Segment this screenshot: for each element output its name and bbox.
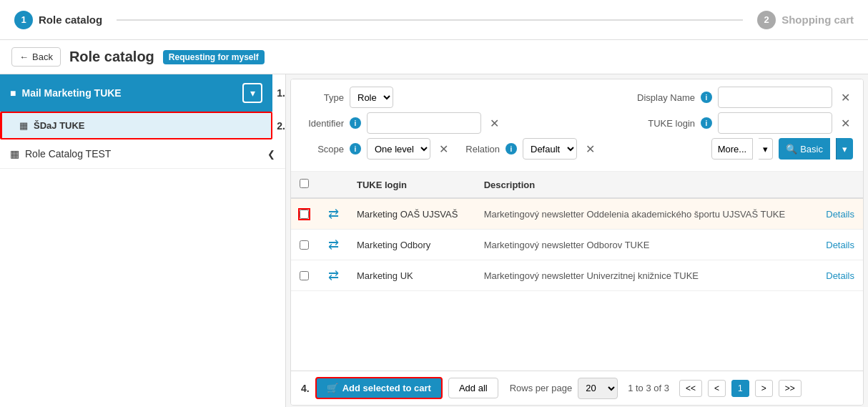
sidebar-sub-label: ŠDaJ TUKE (34, 120, 85, 131)
scope-clear-button[interactable]: ✕ (436, 142, 451, 156)
display-name-label: Display Name (637, 92, 695, 103)
display-name-info-icon[interactable]: i (701, 92, 712, 103)
stepper-step1: 1 Role catalog (14, 11, 102, 29)
relation-clear-button[interactable]: ✕ (583, 142, 598, 156)
row-checkbox[interactable] (300, 240, 309, 250)
sidebar-sub-item-sdaj[interactable]: ▦ ŠDaJ TUKE (0, 112, 272, 139)
main-layout: ■ Mail Marketing TUKE ▾ 1. ▦ ŠDaJ TUKE 2… (0, 74, 868, 407)
role-icon: ⇄ (328, 268, 339, 283)
collapse-icon: ❮ (267, 149, 275, 160)
search-type-dropdown-button[interactable]: ▾ (836, 138, 853, 160)
tuke-login-label: TUKE login (648, 118, 695, 129)
cell-tuke-login: Marketing OAŠ UJSVAŠ (348, 198, 475, 230)
details-link[interactable]: Details (826, 209, 854, 220)
identifier-input[interactable] (367, 112, 481, 134)
row-checkbox[interactable] (300, 271, 309, 280)
details-link[interactable]: Details (826, 270, 854, 281)
chevron-icon: ▾ (250, 87, 255, 99)
basic-label: Basic (800, 144, 823, 155)
table-row: ⇄Marketing OdboryMarketingový newsletter… (291, 230, 863, 260)
filter-row-2: Identifier i ✕ TUKE login i ✕ (301, 112, 853, 134)
step1-label: Role catalog (39, 14, 102, 26)
annotation-4: 4. (301, 383, 310, 394)
relation-info-icon[interactable]: i (505, 143, 517, 155)
search-button[interactable]: 🔍 Basic (779, 138, 830, 160)
select-all-checkbox[interactable] (300, 179, 309, 188)
tuke-login-info-icon[interactable]: i (701, 117, 712, 129)
filter-row-1: Type Role Display Name i ✕ (301, 87, 853, 108)
table-row: ⇄Marketing OAŠ UJSVAŠMarketingový newsle… (291, 198, 863, 230)
display-name-input[interactable] (718, 87, 832, 108)
role-icon: ⇄ (328, 237, 339, 252)
sidebar-main-item[interactable]: ■ Mail Marketing TUKE ▾ (0, 74, 272, 112)
type-label: Type (301, 92, 344, 103)
back-button[interactable]: ← Back (11, 47, 61, 67)
cell-tuke-login: Marketing Odbory (348, 230, 475, 260)
relation-select[interactable]: Default (523, 138, 577, 160)
relation-label: Relation (457, 144, 500, 155)
filter-bar: Type Role Display Name i ✕ Identifier i … (291, 79, 863, 172)
more-dropdown-button[interactable]: ▾ (759, 138, 773, 160)
page-title: Role catalog (69, 49, 154, 65)
add-selected-to-cart-button[interactable]: 🛒 Add selected to cart (315, 377, 443, 399)
annotation-1: 1. (277, 87, 285, 99)
data-table: TUKE login Description ⇄Marketing OAŠ UJ… (291, 172, 863, 371)
scope-info-icon[interactable]: i (350, 143, 361, 155)
back-arrow-icon: ← (19, 52, 29, 62)
page-current-button[interactable]: 1 (731, 380, 749, 397)
cell-description: Marketingový newsletter Univerzitnej kni… (475, 260, 818, 291)
page-next-button[interactable]: > (755, 380, 773, 397)
requesting-badge: Requesting for myself (163, 50, 265, 64)
table-icon: ▦ (19, 120, 28, 131)
row-checkbox[interactable] (300, 210, 309, 219)
type-select[interactable]: Role (350, 87, 393, 108)
table-row: ⇄Marketing UKMarketingový newsletter Uni… (291, 260, 863, 291)
more-label: More... (718, 144, 746, 155)
role-icon: ⇄ (328, 207, 339, 221)
identifier-clear-button[interactable]: ✕ (487, 117, 502, 130)
footer-bar: 4. 🛒 Add selected to cart Add all Rows p… (291, 371, 863, 405)
display-name-clear-button[interactable]: ✕ (838, 91, 853, 104)
pagination-info: 1 to 3 of 3 (628, 383, 669, 393)
annotation-2: 2. (277, 120, 285, 132)
page-header: ← Back Role catalog Requesting for mysel… (0, 40, 868, 74)
rows-per-page-select[interactable]: 20 50 100 (578, 378, 618, 399)
scope-select[interactable]: One level (367, 138, 430, 160)
step2-circle: 2 (757, 11, 776, 29)
filter-row-3: Scope i One level ✕ Relation i Default ✕… (301, 138, 853, 160)
search-icon: 🔍 (786, 144, 797, 155)
step2-label: Shopping cart (781, 14, 854, 26)
cell-tuke-login: Marketing UK (348, 260, 475, 291)
stepper-step2: 2 Shopping cart (757, 11, 854, 29)
col-description-header: Description (475, 172, 818, 198)
col-tuke-login-header: TUKE login (348, 172, 475, 198)
table2-icon: ▦ (10, 148, 19, 160)
tuke-login-input[interactable] (718, 112, 832, 134)
sidebar-other-label: Role Catalog TEST (25, 148, 111, 160)
more-button[interactable]: More... (711, 138, 753, 160)
scope-label: Scope (301, 144, 344, 155)
cell-description: Marketingový newsletter Odborov TUKE (475, 230, 818, 260)
page-prev-button[interactable]: < (708, 380, 726, 397)
sidebar: ■ Mail Marketing TUKE ▾ 1. ▦ ŠDaJ TUKE 2… (0, 74, 286, 407)
stepper-line (117, 19, 743, 21)
identifier-label: Identifier (301, 118, 344, 129)
rows-per-page-label: Rows per page (510, 383, 572, 393)
table-header-row: TUKE login Description (291, 172, 863, 198)
step1-circle: 1 (14, 11, 33, 29)
page-last-button[interactable]: >> (779, 380, 802, 397)
sidebar-main-label: Mail Marketing TUKE (21, 87, 121, 99)
page-first-button[interactable]: << (679, 380, 702, 397)
chevron-down-button[interactable]: ▾ (242, 83, 262, 103)
sidebar-other-item[interactable]: ▦ Role Catalog TEST ❮ (0, 139, 285, 169)
add-all-button[interactable]: Add all (448, 378, 498, 398)
stepper-bar: 1 Role catalog 2 Shopping cart (0, 0, 868, 40)
details-link[interactable]: Details (826, 240, 854, 250)
identifier-info-icon[interactable]: i (350, 117, 361, 129)
building-icon: ■ (10, 87, 16, 99)
cart-icon: 🛒 (327, 383, 338, 393)
cell-description: Marketingový newsletter Oddelenia akadem… (475, 198, 818, 230)
tuke-login-clear-button[interactable]: ✕ (838, 117, 853, 130)
content-panel: Type Role Display Name i ✕ Identifier i … (290, 79, 864, 406)
